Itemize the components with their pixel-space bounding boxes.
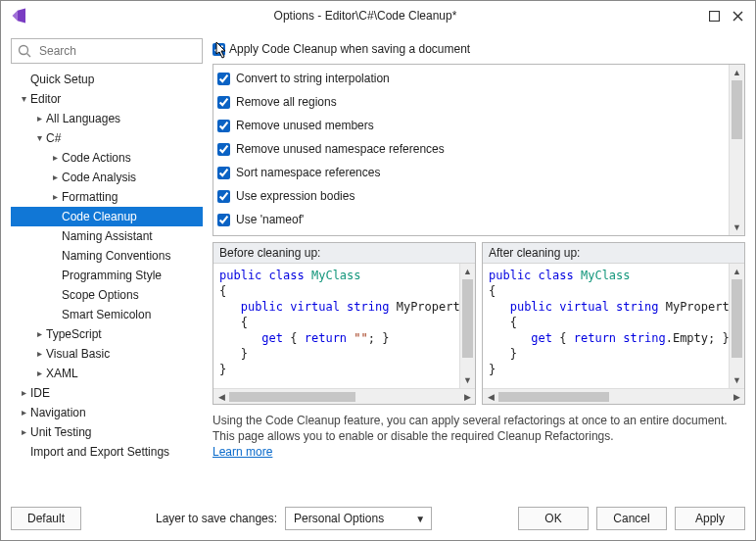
tree-item[interactable]: Naming Conventions [11, 246, 203, 266]
refactoring-row: Use expression bodies [217, 184, 725, 208]
tree-item[interactable]: ▸TypeScript [11, 324, 203, 344]
learn-more-link[interactable]: Learn more [213, 445, 272, 459]
cancel-button[interactable]: Cancel [596, 507, 667, 530]
refactoring-checkbox[interactable] [217, 143, 230, 156]
footer: Default Layer to save changes: Personal … [1, 497, 755, 540]
preview-after: After cleaning up: public class MyClass … [482, 242, 745, 405]
tree-item[interactable]: ▸IDE [11, 383, 203, 403]
tree-item-label: Code Analysis [62, 168, 136, 187]
scroll-thumb[interactable] [732, 279, 742, 358]
svg-point-3 [20, 46, 28, 55]
expand-right-icon[interactable]: ▸ [17, 403, 30, 422]
refactoring-checkbox[interactable] [217, 120, 230, 132]
preview-before-code: public class MyClass { public virtual st… [213, 264, 459, 388]
ok-button[interactable]: OK [518, 507, 589, 530]
tree-item[interactable]: Smart Semicolon [11, 305, 203, 324]
refactoring-checkbox[interactable] [217, 190, 230, 203]
expand-down-icon[interactable]: ▾ [17, 89, 30, 109]
apply-on-save-checkbox[interactable] [213, 43, 225, 56]
scroll-thumb[interactable] [498, 392, 609, 402]
scroll-thumb[interactable] [229, 392, 355, 402]
tree-item[interactable]: Programming Style [11, 266, 203, 285]
description-line2: This page allows you to enable or disabl… [213, 429, 614, 443]
tree-item[interactable]: Import and Export Settings [11, 442, 203, 462]
expand-right-icon[interactable]: ▸ [48, 148, 62, 168]
tree-item[interactable]: ▾Editor [11, 89, 203, 109]
refactoring-label: Remove unused members [236, 119, 374, 132]
expand-right-icon[interactable]: ▸ [17, 422, 30, 442]
tree-item-label: C# [46, 128, 61, 148]
scroll-up-icon[interactable]: ▲ [730, 264, 744, 279]
apply-button[interactable]: Apply [675, 507, 745, 530]
chevron-down-icon: ▼ [415, 514, 425, 524]
refactoring-row: Convert to string interpolation [217, 67, 725, 90]
refactoring-label: Convert to string interpolation [236, 72, 390, 85]
scroll-left-icon[interactable]: ◀ [213, 389, 229, 405]
refactoring-row: Remove unused members [217, 114, 725, 137]
preview-before-hscroll[interactable]: ◀ ▶ [213, 388, 475, 404]
preview-before-header: Before cleaning up: [213, 243, 475, 264]
tree-item[interactable]: ▸Code Actions [11, 148, 203, 168]
refactorings-scrollbar[interactable]: ▲ ▼ [729, 65, 744, 235]
refactoring-checkbox[interactable] [217, 73, 230, 85]
expand-right-icon[interactable]: ▸ [48, 168, 62, 187]
preview-before: Before cleaning up: public class MyClass… [213, 242, 476, 405]
scroll-up-icon[interactable]: ▲ [730, 65, 744, 80]
refactoring-checkbox[interactable] [217, 167, 230, 179]
apply-on-save-label: Apply Code Cleanup when saving a documen… [229, 42, 470, 56]
expand-right-icon[interactable]: ▸ [32, 364, 46, 383]
tree-item[interactable]: ▸All Languages [11, 109, 203, 128]
refactoring-checkbox[interactable] [217, 214, 230, 226]
expand-right-icon[interactable]: ▸ [32, 109, 46, 128]
expand-right-icon[interactable]: ▸ [32, 324, 46, 344]
default-button[interactable]: Default [11, 507, 81, 530]
refactorings-list: Convert to string interpolationRemove al… [213, 64, 745, 236]
tree-item[interactable]: ▸Visual Basic [11, 344, 203, 364]
tree-item-label: Navigation [30, 403, 86, 422]
layer-select[interactable]: Personal Options ▼ [285, 507, 432, 530]
scroll-down-icon[interactable]: ▼ [730, 372, 744, 388]
tree-item[interactable]: ▸XAML [11, 364, 203, 383]
window-maximize-icon[interactable] [702, 5, 726, 26]
search-box[interactable] [11, 38, 203, 64]
tree-item[interactable]: ▸Formatting [11, 187, 203, 207]
preview-after-vscroll[interactable]: ▲ ▼ [729, 264, 744, 388]
scroll-down-icon[interactable]: ▼ [730, 220, 744, 235]
scroll-thumb[interactable] [732, 80, 742, 139]
expand-right-icon[interactable]: ▸ [48, 187, 62, 207]
scroll-down-icon[interactable]: ▼ [460, 372, 475, 388]
scroll-right-icon[interactable]: ▶ [729, 389, 744, 405]
tree-item-label: Naming Conventions [62, 246, 170, 266]
tree-item[interactable]: Quick Setup [11, 70, 203, 89]
svg-line-4 [27, 54, 31, 58]
tree-item-label: XAML [46, 364, 78, 383]
search-input[interactable] [37, 43, 196, 59]
refactoring-checkbox[interactable] [217, 96, 230, 109]
svg-rect-0 [709, 11, 719, 21]
tree-item-label: Code Cleanup [62, 207, 137, 226]
search-icon [18, 44, 31, 58]
tree-item[interactable]: ▸Code Analysis [11, 168, 203, 187]
tree-item[interactable]: Code Cleanup [11, 207, 203, 226]
preview-before-vscroll[interactable]: ▲ ▼ [459, 264, 475, 388]
expand-right-icon[interactable]: ▸ [17, 383, 30, 403]
tree-item-label: TypeScript [46, 324, 102, 344]
expand-down-icon[interactable]: ▾ [32, 128, 46, 148]
scroll-up-icon[interactable]: ▲ [460, 264, 475, 279]
preview-after-hscroll[interactable]: ◀ ▶ [483, 388, 744, 404]
preview-after-header: After cleaning up: [483, 243, 744, 264]
tree-item-label: IDE [30, 383, 50, 403]
scroll-thumb[interactable] [462, 279, 473, 358]
expand-right-icon[interactable]: ▸ [32, 344, 46, 364]
window-close-icon[interactable] [726, 5, 749, 26]
tree-item[interactable]: ▾C# [11, 128, 203, 148]
description: Using the Code Cleanup feature, you can … [213, 413, 745, 460]
tree-item[interactable]: Naming Assistant [11, 226, 203, 246]
options-tree[interactable]: Quick Setup▾Editor▸All Languages▾C#▸Code… [11, 70, 203, 497]
tree-item[interactable]: ▸Unit Testing [11, 422, 203, 442]
refactoring-label: Remove unused namespace references [236, 142, 445, 156]
tree-item[interactable]: ▸Navigation [11, 403, 203, 422]
scroll-right-icon[interactable]: ▶ [459, 389, 475, 405]
tree-item[interactable]: Scope Options [11, 285, 203, 305]
scroll-left-icon[interactable]: ◀ [483, 389, 498, 405]
